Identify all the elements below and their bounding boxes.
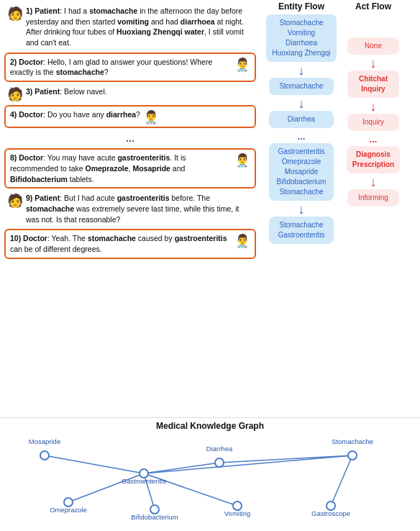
act-box-4-text: DiagnosisPrescription xyxy=(352,150,394,168)
conversation-panel: 🧑 1) Patient: I had a stomachache in the… xyxy=(0,0,259,417)
doctor-avatar-2: 👨‍⚕️ xyxy=(234,58,250,71)
entity-box-1: StomachacheVomitingDiarrhoeaHuoxiang Zhe… xyxy=(266,14,336,62)
doctor-avatar-4: 👨‍⚕️ xyxy=(143,111,159,124)
doctor-avatar-10: 👨‍⚕️ xyxy=(234,235,250,248)
kg-label-stomachache: Stomachache xyxy=(332,437,373,445)
svg-point-11 xyxy=(348,451,357,460)
message-8-text: 8) Doctor: You may have acute gastroente… xyxy=(10,153,232,184)
entity-ellipsis: ... xyxy=(298,131,306,142)
entity-box-2: Stomachache xyxy=(269,78,334,95)
message-9-text: 9) Patient: But I had acute gastroenteri… xyxy=(26,193,253,224)
act-box-5-text: Informing xyxy=(358,194,388,201)
act-arrow-1: ↓ xyxy=(370,57,377,70)
svg-line-7 xyxy=(144,455,352,473)
kg-label-bifidobacterium: Bifidobacterium xyxy=(131,513,178,521)
message-10-text: 10) Doctor: Yeah. The stomachache caused… xyxy=(10,233,232,254)
entity-arrow-2: ↓ xyxy=(298,97,305,110)
kg-label-mosapride: Mosapride xyxy=(29,437,60,445)
message-4-text: 4) Doctor: Do you have any diarrhea? xyxy=(10,109,140,120)
entity-box-4-text: GastroenteritisOmeprazoleMosaprideBifido… xyxy=(277,148,327,196)
message-3-text: 3) Patient: Below navel. xyxy=(26,86,107,97)
act-box-3-text: Inquiry xyxy=(362,118,384,126)
message-3: 🧑 3) Patient: Below navel. xyxy=(4,85,256,102)
act-box-3: Inquiry xyxy=(347,114,399,131)
kg-label-diarrhea: Diarrhea xyxy=(206,445,232,453)
kg-graph: Mosapride Gastroenteritis Diarrhea Stoma… xyxy=(0,434,420,527)
patient-avatar-9: 🧑 xyxy=(7,194,23,207)
message-1: 🧑 1) Patient: I had a stomachache in the… xyxy=(4,4,256,50)
message-1-text: 1) Patient: I had a stomachache in the a… xyxy=(26,6,253,48)
entity-box-3-text: Diarrhea xyxy=(288,115,315,123)
entity-box-5-text: StomachacheGastroenteritis xyxy=(278,221,324,239)
patient-avatar-1: 🧑 xyxy=(7,7,23,20)
kg-label-gastroscope: Gastroscope xyxy=(311,509,350,517)
kg-label-vomiting: Vomiting xyxy=(224,509,250,517)
act-box-4: DiagnosisPrescription xyxy=(347,146,400,173)
kg-label-gastroenteritis: Gastroenteritis xyxy=(122,477,166,485)
entity-box-5: StomachacheGastroenteritis xyxy=(269,217,334,244)
message-2: 2) Doctor: Hello, I am glad to answer yo… xyxy=(4,53,256,82)
entity-arrow-4: ↓ xyxy=(298,203,305,216)
entity-box-2-text: Stomachache xyxy=(279,82,323,90)
entity-box-1-text: StomachacheVomitingDiarrhoeaHuoxiang Zhe… xyxy=(272,19,330,57)
entity-box-3: Diarrhea xyxy=(269,111,334,128)
knowledge-graph-section: Medical Knowledge Graph xyxy=(0,417,420,531)
ellipsis-1: ... xyxy=(4,131,256,145)
act-box-2: ChitchatInquiry xyxy=(347,71,399,98)
act-arrow-4: ↓ xyxy=(370,176,377,189)
message-2-text: 2) Doctor: Hello, I am glad to answer yo… xyxy=(10,57,232,78)
kg-label-omeprazole: Omeprazole xyxy=(50,506,87,514)
kg-title: Medical Knowledge Graph xyxy=(0,421,420,431)
act-flow-column: Act Flow None ↓ ChitchatInquiry ↓ Inquir… xyxy=(341,0,406,417)
entity-arrow-1: ↓ xyxy=(298,64,305,77)
entity-flow-header: Entity Flow xyxy=(278,0,324,12)
act-arrow-2: ↓ xyxy=(370,100,377,113)
message-10: 10) Doctor: Yeah. The stomachache caused… xyxy=(4,229,256,258)
act-flow-header: Act Flow xyxy=(355,0,391,12)
svg-line-6 xyxy=(331,455,352,506)
act-box-1-text: None xyxy=(365,42,382,50)
act-box-5: Informing xyxy=(347,189,399,206)
message-8: 8) Doctor: You may have acute gastroente… xyxy=(4,148,256,189)
svg-point-10 xyxy=(215,458,224,467)
act-box-2-text: ChitchatInquiry xyxy=(359,75,388,93)
act-box-1: None xyxy=(347,37,399,55)
act-ellipsis: ... xyxy=(370,134,378,145)
flow-panels: Entity Flow StomachacheVomitingDiarrhoea… xyxy=(259,0,420,417)
svg-point-8 xyxy=(40,451,49,460)
entity-flow-column: Entity Flow StomachacheVomitingDiarrhoea… xyxy=(262,0,341,417)
svg-line-0 xyxy=(45,455,144,473)
message-9: 🧑 9) Patient: But I had acute gastroente… xyxy=(4,191,256,226)
patient-avatar-3: 🧑 xyxy=(7,88,23,101)
doctor-avatar-8: 👨‍⚕️ xyxy=(234,154,250,167)
entity-box-4: GastroenteritisOmeprazoleMosaprideBifido… xyxy=(269,143,334,201)
message-4: 4) Doctor: Do you have any diarrhea? 👨‍⚕… xyxy=(4,105,256,128)
